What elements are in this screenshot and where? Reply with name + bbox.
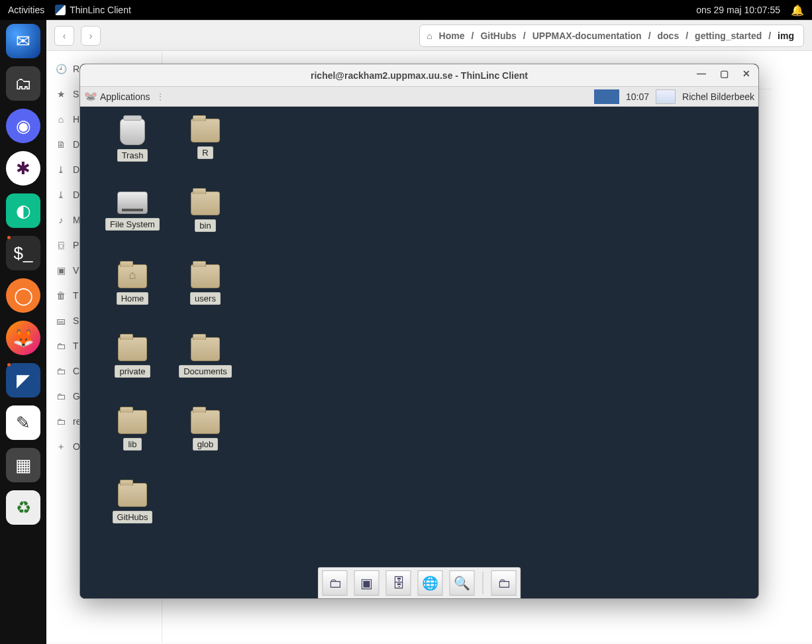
sidebar-label: R: [73, 64, 79, 74]
ubuntu-dock: ✉ 🗂 ◉ ✱ ◐ $_ ◯ 🦊 ◤ ✎ ▦ ♻: [0, 20, 46, 644]
dock-slack-icon[interactable]: ✱: [6, 151, 40, 186]
active-app-indicator[interactable]: ThinLinc Client: [55, 5, 131, 15]
desktop-icon-label: GitHubs: [113, 511, 153, 523]
dock-firefox-icon[interactable]: 🦊: [6, 321, 40, 355]
breadcrumb-docs[interactable]: docs: [655, 30, 682, 41]
clock[interactable]: ons 29 maj 10:07:55: [696, 5, 780, 15]
dock-show-desktop-icon[interactable]: 🗀: [323, 570, 348, 596]
folder-icon: [191, 191, 220, 215]
sidebar-icon: ★: [56, 89, 66, 99]
sidebar-icon: 🕘: [56, 64, 66, 74]
desktop-bin-icon[interactable]: bin: [169, 191, 242, 262]
folder-icon: [118, 483, 147, 507]
desktop-icon-label: Trash: [117, 149, 148, 162]
window-maximize-button[interactable]: ▢: [717, 68, 731, 79]
dock-search-icon[interactable]: 🔍: [450, 570, 475, 596]
window-minimize-button[interactable]: —: [695, 68, 708, 79]
desktop-icon-label: R: [197, 146, 213, 159]
folder-icon: [118, 337, 147, 361]
dock-thinlinc-icon[interactable]: ◤: [6, 363, 40, 398]
desktop-icon-label: glob: [193, 438, 219, 451]
nautilus-header: ‹ › ⌂ Home / GitHubs / UPPMAX-documentat…: [46, 21, 812, 51]
sidebar-label: T: [73, 290, 79, 301]
sidebar-icon: 🗀: [56, 416, 66, 427]
desktop-icon-label: Documents: [179, 365, 232, 378]
breadcrumb[interactable]: ⌂ Home / GitHubs / UPPMAX-documentation …: [419, 25, 804, 47]
desktop-icon-label: users: [190, 292, 221, 305]
sidebar-label: P: [73, 240, 79, 250]
sidebar-icon: ♪: [56, 215, 66, 225]
desktop-home-icon[interactable]: Home: [96, 264, 169, 335]
remote-clock[interactable]: 10:07: [626, 91, 649, 102]
desktop-trash-icon[interactable]: Trash: [96, 119, 169, 189]
remote-desktop[interactable]: TrashRFile SystembinHomeusersprivateDocu…: [80, 107, 758, 598]
desktop-private-icon[interactable]: private: [96, 337, 169, 407]
desktop-lib-icon[interactable]: lib: [96, 410, 169, 480]
dock-terminal-icon[interactable]: ▣: [354, 570, 380, 596]
sidebar-label: D: [73, 139, 79, 150]
dock-media-icon[interactable]: ▦: [6, 448, 40, 482]
dock-terminal-icon[interactable]: $_: [6, 236, 40, 270]
remote-bottom-dock: 🗀 ▣ 🗄 🌐 🔍 🗀: [318, 567, 521, 598]
dock-discord-icon[interactable]: ◉: [6, 109, 40, 143]
breadcrumb-githubs[interactable]: GitHubs: [478, 30, 519, 41]
breadcrumb-getting-started[interactable]: getting_started: [692, 30, 764, 41]
dock-filemanager-icon[interactable]: 🗄: [386, 570, 411, 596]
sidebar-label: V: [73, 265, 79, 276]
dock-folder-icon[interactable]: 🗀: [491, 570, 517, 596]
desktop-icon-label: private: [115, 365, 150, 378]
window-close-button[interactable]: ✕: [740, 68, 753, 79]
sidebar-label: S: [73, 89, 79, 99]
breadcrumb-home[interactable]: Home: [436, 30, 468, 41]
folder-icon: [118, 264, 147, 288]
dock-notes-icon[interactable]: ✎: [6, 405, 40, 440]
desktop-file-system-icon[interactable]: File System: [96, 191, 169, 262]
remote-menubar: 🐭 Applications ⋮ 10:07 Richel Bilderbeek: [80, 87, 758, 107]
sidebar-label: C: [73, 366, 79, 376]
breadcrumb-uppmax[interactable]: UPPMAX-documentation: [530, 30, 644, 41]
desktop-documents-icon[interactable]: Documents: [169, 337, 242, 407]
sidebar-icon: ▣: [56, 265, 66, 276]
gnome-topbar: Activities ThinLinc Client ons 29 maj 10…: [0, 0, 812, 20]
folder-icon: [191, 410, 220, 434]
folder-icon: [118, 410, 147, 434]
desktop-glob-icon[interactable]: glob: [169, 410, 242, 480]
sidebar-icon: 🗀: [56, 391, 66, 402]
applications-menu[interactable]: 🐭 Applications: [84, 90, 150, 103]
workspace-indicator[interactable]: [594, 89, 619, 104]
sidebar-icon: 🗎: [56, 139, 66, 150]
remote-username[interactable]: Richel Bilderbeek: [682, 91, 754, 102]
dock-files-icon[interactable]: 🗂: [6, 66, 40, 101]
nav-back-button[interactable]: ‹: [54, 26, 74, 46]
desktop-icon-label: File System: [105, 218, 160, 231]
activities-button[interactable]: Activities: [8, 5, 44, 15]
desktop-githubs-icon[interactable]: GitHubs: [96, 483, 169, 553]
breadcrumb-img[interactable]: img: [775, 30, 797, 41]
desktop-users-icon[interactable]: users: [169, 264, 242, 335]
dock-element-icon[interactable]: ◐: [6, 193, 40, 228]
sidebar-label: H: [73, 114, 79, 125]
desktop-icon-label: bin: [195, 219, 215, 232]
folder-icon: [191, 119, 220, 142]
notification-icon[interactable]: 🔔: [791, 4, 804, 17]
sidebar-label: D: [73, 189, 79, 200]
disk-indicator-icon[interactable]: [656, 89, 676, 104]
sidebar-icon: 🖴: [56, 315, 66, 326]
thinlinc-titlebar[interactable]: richel@rackham2.uppmax.uu.se - ThinLinc …: [80, 64, 758, 87]
sidebar-icon: 🗑: [56, 290, 66, 301]
dock-web-icon[interactable]: 🌐: [418, 570, 443, 596]
dock-trash-icon[interactable]: ♻: [6, 490, 40, 525]
desktop-icon-label: Home: [117, 292, 149, 305]
sidebar-icon: 🗀: [56, 341, 66, 351]
desktop-r-icon[interactable]: R: [169, 119, 242, 189]
sidebar-icon: ⤓: [56, 164, 66, 175]
dock-thunderbird-icon[interactable]: ✉: [6, 24, 40, 58]
menu-separator-icon: ⋮: [156, 91, 165, 102]
nav-forward-button[interactable]: ›: [81, 26, 101, 46]
thinlinc-window: richel@rackham2.uppmax.uu.se - ThinLinc …: [79, 64, 759, 599]
dock-blender-icon[interactable]: ◯: [6, 278, 40, 313]
sidebar-label: S: [73, 315, 79, 326]
sidebar-icon: ⌂: [56, 114, 66, 125]
sidebar-icon: +: [56, 441, 66, 452]
applications-label: Applications: [100, 91, 150, 102]
